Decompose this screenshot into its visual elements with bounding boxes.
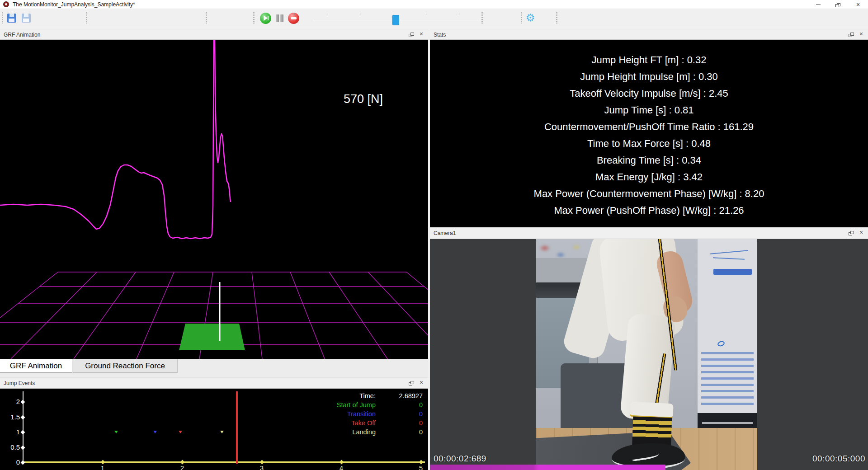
y-tick — [21, 415, 25, 419]
minimize-icon — [816, 5, 821, 5]
close-panel-button[interactable]: × — [858, 30, 864, 38]
x-tick — [340, 460, 344, 465]
y-tick-label: 2 — [3, 398, 20, 405]
float-panel-button[interactable] — [849, 33, 854, 38]
y-tick — [21, 400, 25, 404]
gear-icon: ⚙ — [526, 12, 535, 24]
x-tick — [260, 460, 264, 465]
stat-time-to-max-force: Time to Max Force [s] : 0.48 — [430, 135, 868, 152]
close-icon: × — [856, 1, 860, 8]
x-tick-label: 1 — [96, 464, 109, 470]
stat-max-energy: Max Energy [J/kg] : 3.42 — [430, 169, 868, 185]
x-tick — [180, 460, 185, 465]
float-panel-button[interactable] — [409, 33, 415, 38]
close-icon: × — [420, 30, 423, 38]
stats-panel-header: Stats × — [430, 29, 868, 40]
y-tick — [21, 445, 25, 450]
grf-3d-scene — [0, 40, 428, 359]
tab-ground-reaction-force[interactable]: Ground Reaction Force — [73, 359, 178, 373]
stats-panel-title: Stats — [434, 32, 446, 38]
x-tick-label: 2 — [175, 464, 189, 470]
legend-row-transition: Transition 0 — [287, 410, 423, 419]
jump-events-panel-header: Jump Events × — [0, 377, 428, 389]
window-titlebar: The MotionMonitor_JumpAnalysis_SampleAct… — [0, 0, 868, 9]
y-tick-label: 0 — [3, 458, 20, 466]
save-as-button[interactable] — [20, 12, 33, 24]
toolbar-grip[interactable] — [2, 12, 3, 24]
y-tick-label: 0.5 — [3, 443, 20, 451]
grf-force-curve — [0, 40, 231, 239]
y-tick — [21, 430, 25, 435]
app-icon — [3, 1, 9, 7]
x-tick — [101, 460, 105, 465]
stat-max-power-cm: Max Power (Countermovement Phase) [W/kg]… — [430, 185, 868, 202]
x-tick-label: 3 — [255, 464, 269, 470]
camera-panel-title: Camera1 — [434, 230, 456, 236]
current-timestamp: 00:00:02:689 — [434, 454, 486, 464]
tab-grf-animation[interactable]: GRF Animation — [0, 359, 72, 373]
legend-row-landing: Landing 0 — [287, 428, 423, 437]
timeline-slider-ticks — [294, 13, 467, 15]
close-icon: × — [859, 229, 863, 236]
stat-max-power-pushoff: Max Power (PushOff Phase) [W/kg] : 21.26 — [430, 202, 868, 219]
x-axis — [22, 461, 425, 463]
toolbar-grip[interactable] — [206, 12, 207, 24]
legend-row-take-off: Take Off 0 — [287, 419, 423, 428]
camera-view: 00:00:02:689 00:00:05:000 — [430, 239, 868, 470]
float-panel-button[interactable] — [409, 381, 415, 386]
total-timestamp: 00:00:05:000 — [812, 454, 865, 464]
close-window-button[interactable]: × — [848, 0, 868, 9]
x-tick — [419, 460, 424, 465]
toolbar-grip[interactable] — [253, 12, 255, 24]
jump-events-panel-title: Jump Events — [4, 380, 35, 386]
toolbar-grip[interactable] — [86, 12, 87, 24]
grf-panel-header: GRF Animation × — [0, 29, 428, 40]
poster-logo — [717, 340, 726, 348]
stat-jump-time: Jump Time [s] : 0.81 — [430, 102, 868, 118]
minimize-button[interactable] — [808, 0, 828, 9]
stat-takeoff-velocity: Takeoff Velocity Impulse [m/s] : 2.45 — [430, 85, 868, 102]
save-button[interactable] — [5, 12, 18, 24]
toolbar-grip[interactable] — [556, 12, 557, 24]
save-as-icon — [22, 14, 31, 23]
event-marker-take-off — [179, 431, 182, 433]
shoe-swoosh — [632, 451, 659, 461]
pause-icon — [276, 14, 279, 22]
play-button[interactable] — [259, 12, 272, 24]
close-panel-button[interactable]: × — [858, 229, 864, 237]
grf-tab-bar: GRF Animation Ground Reaction Force — [0, 359, 428, 377]
x-tick-label: 5 — [414, 464, 428, 470]
toolbar-grip[interactable] — [521, 12, 522, 24]
float-panel-button[interactable] — [849, 231, 854, 236]
legend-row-start-of-jump: Start of Jump 0 — [287, 401, 423, 410]
close-icon: × — [859, 30, 863, 38]
current-time-cursor[interactable] — [236, 391, 238, 464]
video-progress-bar[interactable] — [430, 465, 665, 470]
toolbar-grip[interactable] — [481, 12, 483, 24]
jump-events-chart: 00.511.5212345 Time: 2.68927 Start of Ju… — [0, 389, 428, 470]
save-icon — [7, 14, 16, 23]
close-panel-button[interactable]: × — [418, 30, 425, 38]
camera-video-frame — [536, 239, 757, 470]
jump-events-legend: Time: 2.68927 Start of Jump 0 Transition… — [287, 392, 423, 437]
camera-panel-header: Camera1 × — [430, 227, 868, 239]
settings-button[interactable]: ⚙ — [524, 11, 537, 25]
event-marker-landing — [220, 431, 224, 433]
event-marker-start-of-jump — [114, 431, 118, 433]
force-value-label: 570 [N] — [344, 92, 383, 106]
stat-jump-height-impulse: Jump Height Impulse [m] : 0.30 — [430, 68, 868, 85]
y-tick-label: 1.5 — [3, 413, 20, 421]
timeline-slider-handle[interactable] — [392, 15, 399, 25]
grf-animation-view: 570 [N] — [0, 40, 428, 359]
y-tick-label: 1 — [3, 428, 20, 436]
force-plate-quad — [179, 324, 245, 350]
video-poster — [698, 239, 757, 447]
stats-list: Jump Height FT [m] : 0.32 Jump Height Im… — [430, 40, 868, 227]
restore-button[interactable] — [828, 0, 848, 9]
legend-row-time: Time: 2.68927 — [287, 392, 423, 401]
stat-breaking-time: Breaking Time [s] : 0.34 — [430, 152, 868, 169]
stat-cm-pushoff-ratio: Countermovement/PushOff Time Ratio : 161… — [430, 118, 868, 135]
close-panel-button[interactable]: × — [418, 379, 425, 387]
main-toolbar: ⚙ — [0, 9, 868, 26]
pause-button[interactable] — [273, 12, 286, 24]
